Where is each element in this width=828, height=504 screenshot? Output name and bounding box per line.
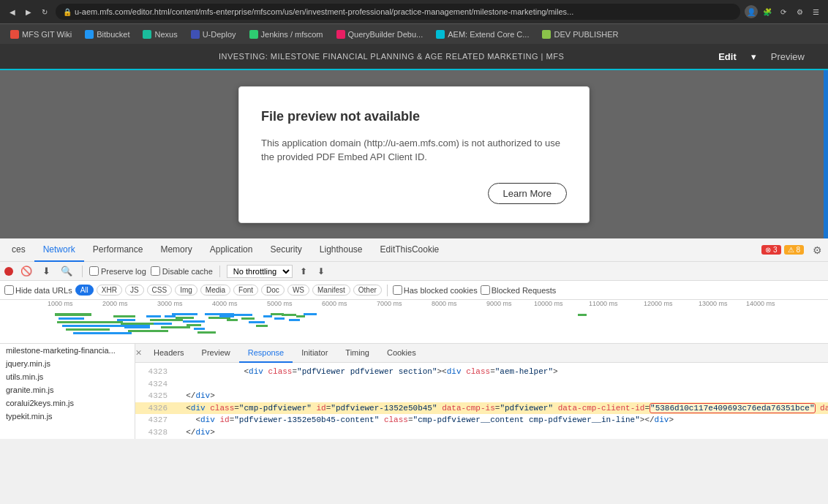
tab-memory[interactable]: Memory [151, 238, 200, 262]
reload-button[interactable]: ↻ [38, 5, 51, 18]
profile-icon[interactable]: 👤 [745, 5, 758, 18]
clear-button[interactable]: 🚫 [18, 264, 35, 278]
devtools-settings-button[interactable]: ⚙ [810, 241, 825, 259]
code-tab-headers[interactable]: Headers [145, 344, 193, 363]
file-item-5[interactable]: typekit.min.js [0, 410, 135, 423]
tab-performance[interactable]: Performance [84, 238, 152, 262]
file-list: milestone-marketing-financia... jquery.m… [0, 344, 135, 439]
code-tabs: ✕ Headers Preview Response Initiator Tim… [135, 344, 828, 363]
bookmark-querybuilder-icon [336, 30, 345, 39]
download-har-button[interactable]: ⬇ [315, 265, 328, 278]
bookmark-nexus-icon [143, 30, 151, 39]
svg-rect-30 [256, 325, 268, 327]
file-item-2[interactable]: utils.min.js [0, 370, 135, 383]
bookmark-dev-publisher[interactable]: DEV PUBLISHER [536, 29, 624, 40]
filter-type-doc[interactable]: Doc [261, 285, 285, 296]
aem-edit-button[interactable]: Edit [710, 48, 745, 65]
devtools-tab-bar: ces Network Performance Memory Applicati… [0, 238, 828, 262]
file-item-0[interactable]: milestone-marketing-financia... [0, 344, 135, 357]
code-tab-response[interactable]: Response [239, 344, 293, 363]
code-tab-preview[interactable]: Preview [193, 344, 239, 363]
tab-security[interactable]: Security [261, 238, 310, 262]
aem-preview-button[interactable]: Preview [762, 48, 813, 65]
filter-button[interactable]: ⬇ [39, 264, 53, 278]
bookmark-nexus[interactable]: Nexus [137, 29, 183, 40]
bookmark-aem-core-icon [436, 30, 445, 39]
disable-cache-checkbox[interactable] [151, 266, 160, 276]
extensions-icon[interactable]: 🧩 [761, 5, 774, 18]
filter-type-ws[interactable]: WS [287, 285, 309, 296]
pdf-dialog-footer: Learn More [261, 183, 567, 204]
bookmark-querybuilder[interactable]: QueryBuilder Debu... [331, 29, 429, 40]
file-item-4[interactable]: coralui2keys.min.js [0, 396, 135, 410]
tab-network[interactable]: Network [34, 238, 84, 262]
file-item-3[interactable]: granite.min.js [0, 383, 135, 396]
tab-ces[interactable]: ces [3, 238, 34, 262]
svg-rect-22 [197, 331, 216, 334]
svg-rect-18 [176, 317, 194, 319]
tick-4000: 4000 ms [212, 300, 238, 307]
preserve-log-checkbox[interactable] [89, 266, 99, 276]
svg-rect-25 [219, 315, 234, 317]
bookmark-jenkins[interactable]: Jenkins / mfscom [244, 29, 329, 40]
bookmark-udeploy[interactable]: U-Deploy [185, 29, 242, 40]
filter-type-js[interactable]: JS [125, 285, 144, 296]
code-tab-cookies[interactable]: Cookies [378, 344, 425, 363]
code-panel-close[interactable]: ✕ [135, 348, 142, 358]
throttle-select[interactable]: No throttling [227, 265, 293, 278]
svg-rect-6 [113, 315, 135, 317]
record-button[interactable] [4, 267, 13, 276]
tab-application[interactable]: Application [201, 238, 262, 262]
has-blocked-cookies-checkbox[interactable] [393, 285, 402, 295]
nav-buttons[interactable]: ◀ ▶ ↻ [6, 5, 51, 18]
blocked-requests-label[interactable]: Blocked Requests [481, 285, 557, 295]
tick-5000: 5000 ms [267, 300, 293, 307]
svg-rect-35 [289, 319, 300, 321]
filter-type-all[interactable]: All [75, 285, 94, 296]
preserve-log-label[interactable]: Preserve log [89, 266, 146, 276]
bookmark-aem-core[interactable]: AEM: Extend Core C... [430, 29, 535, 40]
filter-type-img[interactable]: Img [175, 285, 197, 296]
svg-rect-15 [165, 315, 176, 317]
tab-lighthouse[interactable]: Lighthouse [311, 238, 372, 262]
filter-type-media[interactable]: Media [200, 285, 230, 296]
code-tab-initiator[interactable]: Initiator [293, 344, 336, 363]
url-bar[interactable]: 🔒 u-aem.mfs.com/editor.html/content/mfs-… [56, 4, 740, 20]
svg-rect-9 [124, 326, 150, 328]
svg-rect-31 [263, 315, 272, 317]
aem-action-buttons: Edit ▾ Preview [710, 48, 813, 65]
filter-type-other[interactable]: Other [353, 285, 382, 296]
tab-editthiscookie[interactable]: EditThisCookie [372, 238, 448, 262]
blocked-requests-checkbox[interactable] [481, 285, 490, 295]
bookmark-bitbucket-label: Bitbucket [97, 30, 129, 39]
svg-rect-17 [172, 313, 197, 315]
filter-sep [387, 285, 388, 296]
has-blocked-cookies-label[interactable]: Has blocked cookies [393, 285, 478, 295]
filter-type-css[interactable]: CSS [147, 285, 173, 296]
timeline-area: 1000 ms 2000 ms 3000 ms 4000 ms 5000 ms … [0, 300, 828, 344]
svg-rect-33 [274, 317, 285, 320]
search-button[interactable]: 🔍 [58, 264, 75, 278]
code-tab-timing[interactable]: Timing [336, 344, 378, 363]
settings-icon[interactable]: ⚙ [793, 5, 806, 18]
bookmark-bitbucket[interactable]: Bitbucket [79, 29, 135, 40]
bookmark-mfs-git-wiki[interactable]: MFS GIT Wiki [4, 29, 78, 40]
menu-icon[interactable]: ☰ [809, 5, 822, 18]
forward-button[interactable]: ▶ [22, 5, 35, 18]
hide-data-urls-checkbox[interactable] [4, 285, 14, 295]
hide-data-urls-label[interactable]: Hide data URLs [4, 285, 72, 295]
disable-cache-label[interactable]: Disable cache [151, 266, 213, 276]
svg-rect-36 [296, 315, 305, 317]
filter-type-font[interactable]: Font [233, 285, 258, 296]
back-button[interactable]: ◀ [6, 5, 19, 18]
refresh-icon[interactable]: ⟳ [777, 5, 790, 18]
aem-edit-dropdown-button[interactable]: ▾ [747, 48, 761, 65]
timeline-bars [0, 312, 828, 343]
scroll-indicator [824, 70, 828, 238]
code-content: 4323 <div class="pdfViewer pdfviewer sec… [135, 363, 828, 439]
filter-type-xhr[interactable]: XHR [97, 285, 122, 296]
learn-more-button[interactable]: Learn More [488, 183, 567, 204]
filter-type-manifest[interactable]: Manifest [312, 285, 350, 296]
upload-har-button[interactable]: ⬆ [297, 265, 310, 278]
file-item-1[interactable]: jquery.min.js [0, 357, 135, 370]
